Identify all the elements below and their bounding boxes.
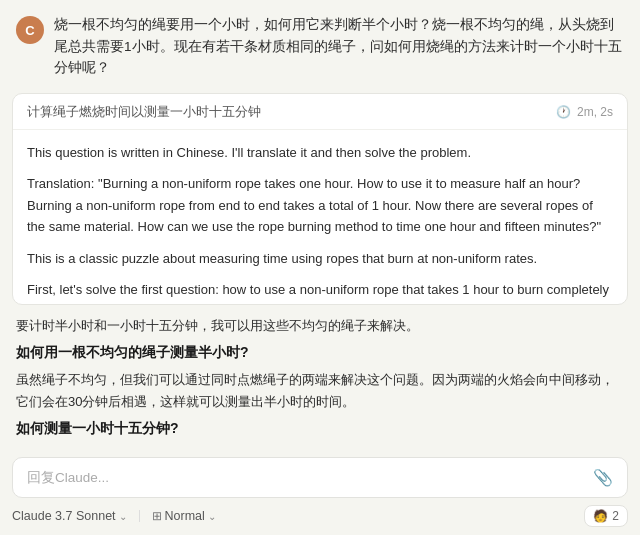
model-chevron-icon: ⌄ (119, 511, 127, 522)
person-icon: 🧑 (593, 509, 608, 523)
attach-icon[interactable]: 📎 (593, 468, 613, 487)
char-count-value: 2 (612, 509, 619, 523)
response-paragraph: This question is written in Chinese. I'l… (27, 142, 613, 163)
mode-name-label: Normal (165, 509, 205, 523)
bottom-controls: Claude 3.7 Sonnet ⌄ ⊞ Normal ⌄ 🧑 2 (12, 505, 628, 527)
response-title: 计算绳子燃烧时间以测量一小时十五分钟 (27, 104, 261, 121)
question-text: 烧一根不均匀的绳要用一个小时，如何用它来判断半个小时？烧一根不均匀的绳，从头烧到… (54, 14, 624, 79)
response-paragraph: Translation: "Burning a non-uniform rope… (27, 173, 613, 237)
response-card: 计算绳子燃烧时间以测量一小时十五分钟 🕐 2m, 2s This questio… (12, 93, 628, 305)
chinese-section2-title: 如何测量一小时十五分钟? (16, 417, 624, 441)
model-name-button[interactable]: Claude 3.7 Sonnet ⌄ (12, 509, 127, 523)
chinese-section: 要计时半小时和一小时十五分钟，我可以用这些不均匀的绳子来解决。 如何用一根不均匀… (0, 305, 640, 451)
response-body[interactable]: This question is written in Chinese. I'l… (13, 130, 627, 304)
chinese-section1-text: 虽然绳子不均匀，但我们可以通过同时点燃绳子的两端来解决这个问题。因为两端的火焰会… (16, 369, 624, 413)
mode-selector-button[interactable]: ⊞ Normal ⌄ (152, 509, 216, 523)
mode-chevron-icon: ⌄ (208, 511, 216, 522)
chinese-section1-title: 如何用一根不均匀的绳子测量半小时? (16, 341, 624, 365)
response-paragraph: This is a classic puzzle about measuring… (27, 248, 613, 269)
user-avatar: C (16, 16, 44, 44)
response-paragraph: First, let's solve the first question: h… (27, 279, 613, 304)
input-placeholder: 回复Claude... (27, 469, 109, 487)
model-selector: Claude 3.7 Sonnet ⌄ ⊞ Normal ⌄ (12, 509, 216, 523)
mode-icon: ⊞ (152, 509, 162, 523)
response-time: 2m, 2s (577, 105, 613, 119)
response-header: 计算绳子燃烧时间以测量一小时十五分钟 🕐 2m, 2s (13, 94, 627, 130)
bottom-bar: 回复Claude... 📎 Claude 3.7 Sonnet ⌄ ⊞ Norm… (0, 451, 640, 535)
char-count-badge: 🧑 2 (584, 505, 628, 527)
response-meta: 🕐 2m, 2s (556, 105, 613, 119)
model-name-label: Claude 3.7 Sonnet (12, 509, 116, 523)
divider (139, 510, 140, 522)
clock-icon: 🕐 (556, 105, 571, 119)
input-box[interactable]: 回复Claude... 📎 (12, 457, 628, 498)
chinese-summary-intro: 要计时半小时和一小时十五分钟，我可以用这些不均匀的绳子来解决。 (16, 315, 624, 337)
question-area: C 烧一根不均匀的绳要用一个小时，如何用它来判断半个小时？烧一根不均匀的绳，从头… (0, 0, 640, 93)
